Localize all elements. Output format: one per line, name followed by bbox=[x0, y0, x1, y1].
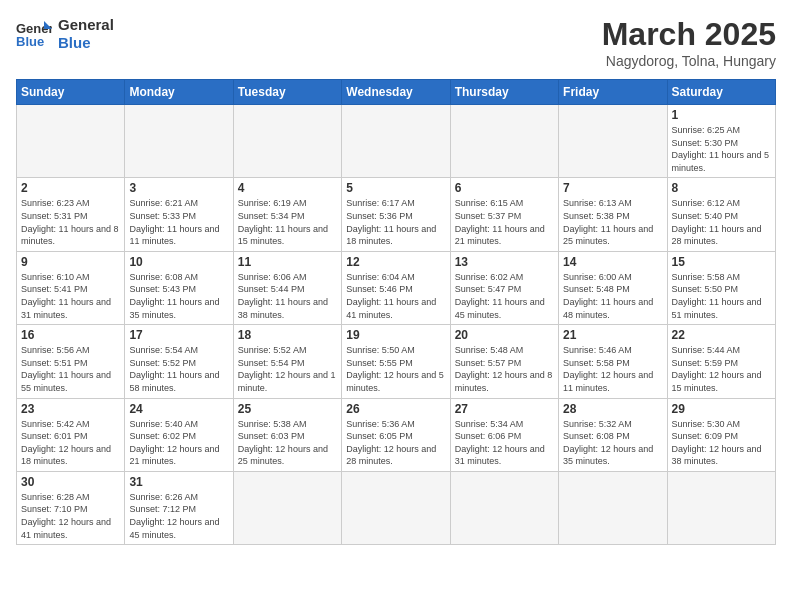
calendar-cell bbox=[559, 105, 667, 178]
calendar-title: March 2025 bbox=[602, 16, 776, 53]
weekday-header-wednesday: Wednesday bbox=[342, 80, 450, 105]
day-info: Sunrise: 5:30 AM Sunset: 6:09 PM Dayligh… bbox=[672, 418, 771, 468]
day-number: 10 bbox=[129, 255, 228, 269]
calendar-cell: 5Sunrise: 6:17 AM Sunset: 5:36 PM Daylig… bbox=[342, 178, 450, 251]
calendar-cell: 30Sunrise: 6:28 AM Sunset: 7:10 PM Dayli… bbox=[17, 471, 125, 544]
day-number: 15 bbox=[672, 255, 771, 269]
day-info: Sunrise: 5:42 AM Sunset: 6:01 PM Dayligh… bbox=[21, 418, 120, 468]
weekday-header-tuesday: Tuesday bbox=[233, 80, 341, 105]
calendar-cell: 7Sunrise: 6:13 AM Sunset: 5:38 PM Daylig… bbox=[559, 178, 667, 251]
day-info: Sunrise: 5:48 AM Sunset: 5:57 PM Dayligh… bbox=[455, 344, 554, 394]
calendar-week-row: 30Sunrise: 6:28 AM Sunset: 7:10 PM Dayli… bbox=[17, 471, 776, 544]
calendar-cell bbox=[17, 105, 125, 178]
calendar-cell: 14Sunrise: 6:00 AM Sunset: 5:48 PM Dayli… bbox=[559, 251, 667, 324]
day-number: 27 bbox=[455, 402, 554, 416]
day-number: 5 bbox=[346, 181, 445, 195]
day-number: 30 bbox=[21, 475, 120, 489]
day-info: Sunrise: 6:08 AM Sunset: 5:43 PM Dayligh… bbox=[129, 271, 228, 321]
day-info: Sunrise: 5:50 AM Sunset: 5:55 PM Dayligh… bbox=[346, 344, 445, 394]
day-info: Sunrise: 6:19 AM Sunset: 5:34 PM Dayligh… bbox=[238, 197, 337, 247]
calendar-cell: 11Sunrise: 6:06 AM Sunset: 5:44 PM Dayli… bbox=[233, 251, 341, 324]
logo-blue-text: Blue bbox=[58, 34, 114, 52]
day-info: Sunrise: 6:06 AM Sunset: 5:44 PM Dayligh… bbox=[238, 271, 337, 321]
day-number: 28 bbox=[563, 402, 662, 416]
calendar-cell: 19Sunrise: 5:50 AM Sunset: 5:55 PM Dayli… bbox=[342, 325, 450, 398]
day-number: 25 bbox=[238, 402, 337, 416]
calendar-cell bbox=[559, 471, 667, 544]
weekday-header-saturday: Saturday bbox=[667, 80, 775, 105]
day-info: Sunrise: 5:34 AM Sunset: 6:06 PM Dayligh… bbox=[455, 418, 554, 468]
calendar-cell: 2Sunrise: 6:23 AM Sunset: 5:31 PM Daylig… bbox=[17, 178, 125, 251]
calendar-cell bbox=[342, 471, 450, 544]
calendar-cell: 28Sunrise: 5:32 AM Sunset: 6:08 PM Dayli… bbox=[559, 398, 667, 471]
calendar-week-row: 23Sunrise: 5:42 AM Sunset: 6:01 PM Dayli… bbox=[17, 398, 776, 471]
day-number: 13 bbox=[455, 255, 554, 269]
calendar-cell: 10Sunrise: 6:08 AM Sunset: 5:43 PM Dayli… bbox=[125, 251, 233, 324]
calendar-cell: 27Sunrise: 5:34 AM Sunset: 6:06 PM Dayli… bbox=[450, 398, 558, 471]
calendar-header: SundayMondayTuesdayWednesdayThursdayFrid… bbox=[17, 80, 776, 105]
calendar-cell: 25Sunrise: 5:38 AM Sunset: 6:03 PM Dayli… bbox=[233, 398, 341, 471]
day-number: 18 bbox=[238, 328, 337, 342]
calendar-cell: 12Sunrise: 6:04 AM Sunset: 5:46 PM Dayli… bbox=[342, 251, 450, 324]
day-info: Sunrise: 5:52 AM Sunset: 5:54 PM Dayligh… bbox=[238, 344, 337, 394]
calendar-cell: 26Sunrise: 5:36 AM Sunset: 6:05 PM Dayli… bbox=[342, 398, 450, 471]
weekday-header-thursday: Thursday bbox=[450, 80, 558, 105]
calendar-cell bbox=[450, 105, 558, 178]
weekday-header-sunday: Sunday bbox=[17, 80, 125, 105]
day-number: 9 bbox=[21, 255, 120, 269]
logo-icon: General Blue bbox=[16, 19, 52, 49]
day-info: Sunrise: 5:38 AM Sunset: 6:03 PM Dayligh… bbox=[238, 418, 337, 468]
calendar-cell: 9Sunrise: 6:10 AM Sunset: 5:41 PM Daylig… bbox=[17, 251, 125, 324]
calendar-cell: 8Sunrise: 6:12 AM Sunset: 5:40 PM Daylig… bbox=[667, 178, 775, 251]
day-number: 22 bbox=[672, 328, 771, 342]
day-number: 6 bbox=[455, 181, 554, 195]
day-info: Sunrise: 6:28 AM Sunset: 7:10 PM Dayligh… bbox=[21, 491, 120, 541]
day-number: 19 bbox=[346, 328, 445, 342]
day-number: 20 bbox=[455, 328, 554, 342]
day-info: Sunrise: 6:23 AM Sunset: 5:31 PM Dayligh… bbox=[21, 197, 120, 247]
calendar-subtitle: Nagydorog, Tolna, Hungary bbox=[602, 53, 776, 69]
svg-text:Blue: Blue bbox=[16, 34, 44, 49]
calendar-week-row: 9Sunrise: 6:10 AM Sunset: 5:41 PM Daylig… bbox=[17, 251, 776, 324]
calendar-cell: 31Sunrise: 6:26 AM Sunset: 7:12 PM Dayli… bbox=[125, 471, 233, 544]
calendar-week-row: 1Sunrise: 6:25 AM Sunset: 5:30 PM Daylig… bbox=[17, 105, 776, 178]
logo: General Blue General Blue bbox=[16, 16, 114, 52]
calendar-cell: 21Sunrise: 5:46 AM Sunset: 5:58 PM Dayli… bbox=[559, 325, 667, 398]
day-number: 8 bbox=[672, 181, 771, 195]
calendar-cell: 29Sunrise: 5:30 AM Sunset: 6:09 PM Dayli… bbox=[667, 398, 775, 471]
day-number: 1 bbox=[672, 108, 771, 122]
day-number: 2 bbox=[21, 181, 120, 195]
day-number: 23 bbox=[21, 402, 120, 416]
calendar-cell bbox=[125, 105, 233, 178]
day-number: 7 bbox=[563, 181, 662, 195]
day-info: Sunrise: 6:25 AM Sunset: 5:30 PM Dayligh… bbox=[672, 124, 771, 174]
day-number: 16 bbox=[21, 328, 120, 342]
title-area: March 2025 Nagydorog, Tolna, Hungary bbox=[602, 16, 776, 69]
calendar-cell: 23Sunrise: 5:42 AM Sunset: 6:01 PM Dayli… bbox=[17, 398, 125, 471]
day-number: 21 bbox=[563, 328, 662, 342]
calendar-cell: 20Sunrise: 5:48 AM Sunset: 5:57 PM Dayli… bbox=[450, 325, 558, 398]
day-info: Sunrise: 6:26 AM Sunset: 7:12 PM Dayligh… bbox=[129, 491, 228, 541]
day-info: Sunrise: 5:58 AM Sunset: 5:50 PM Dayligh… bbox=[672, 271, 771, 321]
weekday-header-friday: Friday bbox=[559, 80, 667, 105]
day-number: 3 bbox=[129, 181, 228, 195]
day-number: 29 bbox=[672, 402, 771, 416]
day-info: Sunrise: 6:13 AM Sunset: 5:38 PM Dayligh… bbox=[563, 197, 662, 247]
day-number: 31 bbox=[129, 475, 228, 489]
day-info: Sunrise: 6:10 AM Sunset: 5:41 PM Dayligh… bbox=[21, 271, 120, 321]
calendar-cell: 24Sunrise: 5:40 AM Sunset: 6:02 PM Dayli… bbox=[125, 398, 233, 471]
calendar-cell: 17Sunrise: 5:54 AM Sunset: 5:52 PM Dayli… bbox=[125, 325, 233, 398]
day-number: 11 bbox=[238, 255, 337, 269]
day-info: Sunrise: 6:21 AM Sunset: 5:33 PM Dayligh… bbox=[129, 197, 228, 247]
page-header: General Blue General Blue March 2025 Nag… bbox=[16, 16, 776, 69]
day-info: Sunrise: 5:46 AM Sunset: 5:58 PM Dayligh… bbox=[563, 344, 662, 394]
calendar-cell bbox=[450, 471, 558, 544]
day-number: 24 bbox=[129, 402, 228, 416]
day-info: Sunrise: 6:04 AM Sunset: 5:46 PM Dayligh… bbox=[346, 271, 445, 321]
calendar-cell bbox=[342, 105, 450, 178]
calendar-cell bbox=[233, 105, 341, 178]
calendar-cell bbox=[667, 471, 775, 544]
day-number: 17 bbox=[129, 328, 228, 342]
day-number: 26 bbox=[346, 402, 445, 416]
calendar-cell bbox=[233, 471, 341, 544]
